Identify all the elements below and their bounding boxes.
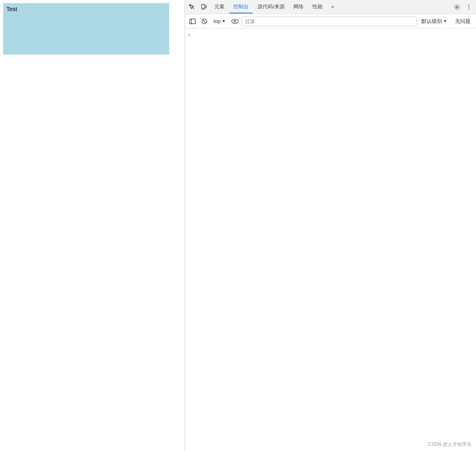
no-issues-button[interactable]: 无问题 [452, 17, 474, 26]
devtools-console-body: › [185, 28, 476, 451]
svg-rect-9 [190, 19, 195, 24]
sidebar-icon [189, 18, 196, 25]
more-options-icon [466, 4, 472, 10]
attribution-text: CSDN @人才程序员 [428, 442, 471, 447]
svg-point-8 [468, 8, 469, 9]
svg-point-6 [468, 4, 469, 5]
settings-icon [454, 4, 460, 10]
svg-point-13 [232, 19, 238, 23]
test-label: Test [6, 6, 17, 12]
svg-point-14 [234, 20, 236, 22]
svg-point-5 [456, 6, 458, 8]
devtools-tab-bar: 元素 控制台 源代码/来源 网络 性能 » [185, 0, 476, 14]
more-options-icon-button[interactable] [463, 2, 474, 13]
device-icon [201, 4, 207, 10]
device-icon-button[interactable] [198, 2, 210, 13]
sidebar-toggle-button[interactable] [187, 16, 198, 26]
context-select-button[interactable]: top ▼ [211, 17, 228, 25]
console-chevron[interactable]: › [188, 32, 190, 38]
tab-network[interactable]: 网络 [289, 1, 308, 13]
log-level-select-button[interactable]: 默认级别 ▼ [418, 17, 450, 26]
devtools-panel: 元素 控制台 源代码/来源 网络 性能 » [185, 0, 476, 451]
clear-console-button[interactable] [199, 16, 210, 26]
inspect-icon-button[interactable] [187, 2, 198, 13]
tab-more[interactable]: » [327, 1, 338, 13]
context-dropdown-icon: ▼ [222, 19, 226, 23]
tab-console[interactable]: 控制台 [229, 1, 253, 13]
devtools-footer: CSDN @人才程序员 [428, 441, 471, 448]
webpage-panel: Test [0, 0, 185, 451]
svg-line-0 [192, 7, 194, 9]
eye-icon [231, 18, 238, 25]
level-dropdown-icon: ▼ [443, 19, 447, 23]
live-expression-button[interactable] [230, 16, 240, 26]
tab-performance[interactable]: 性能 [308, 1, 327, 13]
clear-icon [201, 18, 208, 25]
test-box: Test [3, 3, 169, 55]
inspect-icon [189, 4, 195, 10]
svg-rect-3 [205, 6, 206, 8]
level-label: 默认级别 [421, 18, 442, 25]
devtools-toolbar: top ▼ 默认级别 ▼ 无问题 [185, 14, 476, 28]
filter-input[interactable] [242, 17, 417, 26]
webpage-content: Test [0, 0, 185, 58]
svg-line-12 [203, 20, 206, 23]
svg-point-7 [468, 6, 469, 7]
context-label: top [213, 18, 221, 24]
settings-icon-button[interactable] [451, 2, 463, 13]
tab-elements[interactable]: 元素 [210, 1, 229, 13]
tab-sources[interactable]: 源代码/来源 [253, 1, 289, 13]
